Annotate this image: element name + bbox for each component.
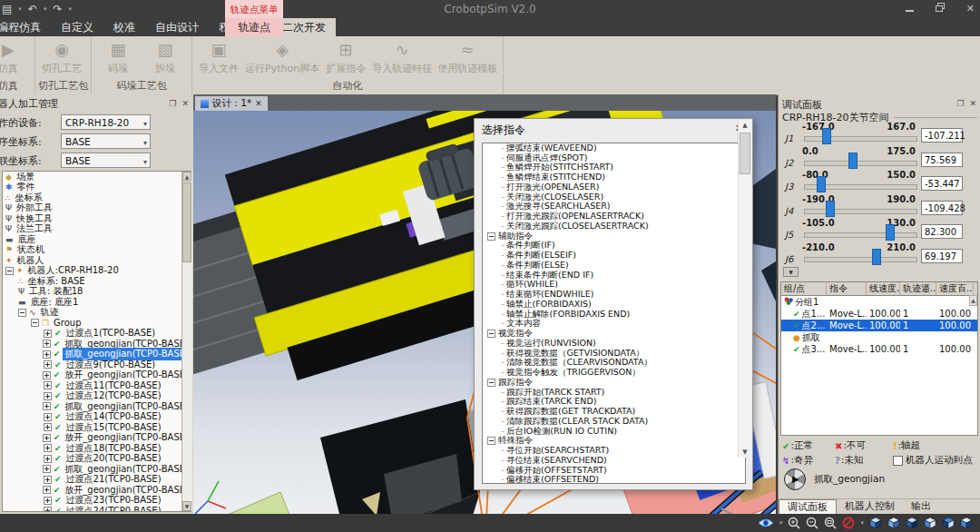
collapse-minus-icon[interactable] xyxy=(487,232,495,241)
joint-slider-handle[interactable] xyxy=(886,224,895,241)
expand-plus-icon[interactable] xyxy=(44,423,52,431)
viewport-tab-design[interactable]: 设计 : 1* ✕ xyxy=(195,96,268,111)
joint-slider-track[interactable] xyxy=(804,232,917,238)
scroll-thumb[interactable] xyxy=(182,182,191,262)
table-row[interactable]: ✔点1...Move-L...100.001100.00 xyxy=(781,308,977,320)
table-row[interactable]: 分组1 xyxy=(781,296,977,308)
zoom-out-icon[interactable] xyxy=(806,517,818,529)
table-header-cell[interactable]: 组/点 xyxy=(781,282,827,295)
expand-plus-icon[interactable] xyxy=(44,392,52,400)
joint-value-field[interactable]: -109.428 xyxy=(921,201,963,215)
toolbar-button[interactable]: ∿导入轨迹特征 xyxy=(369,36,435,75)
scroll-down-icon[interactable]: ▼ xyxy=(740,447,750,458)
jog-dropdown-button[interactable]: ▼ xyxy=(783,267,799,277)
expand-plus-icon[interactable] xyxy=(43,486,51,494)
field-combobox[interactable]: BASE▾ xyxy=(61,153,151,168)
toolbar-button[interactable]: ◈运行Python脚本 xyxy=(242,36,322,75)
joint-slider-handle[interactable] xyxy=(826,201,835,217)
close-button[interactable]: ✕ xyxy=(966,0,975,18)
panel-tab-1[interactable]: 调试面板 xyxy=(779,499,837,514)
expand-plus-icon[interactable] xyxy=(44,330,52,338)
tab-trajectory-point[interactable]: 轨迹点 xyxy=(225,18,283,36)
expand-plus-icon[interactable] xyxy=(43,434,51,442)
visibility-eye-icon[interactable] xyxy=(758,517,774,528)
joint-value-field[interactable]: 82.300 xyxy=(921,224,963,239)
collapse-minus-icon[interactable] xyxy=(31,319,39,327)
view-cube-2-icon[interactable] xyxy=(887,517,900,529)
joint-slider-handle[interactable] xyxy=(872,249,881,265)
joint-slider-track[interactable] xyxy=(804,257,917,262)
tree-item[interactable]: ▬底座: 底座1 xyxy=(3,297,191,308)
expand-plus-icon[interactable] xyxy=(43,371,51,379)
collapse-minus-icon[interactable] xyxy=(487,437,495,445)
collapse-minus-icon[interactable] xyxy=(18,309,26,317)
expand-plus-icon[interactable] xyxy=(44,381,52,389)
expand-plus-icon[interactable] xyxy=(43,350,51,359)
table-row[interactable]: ●抓取 xyxy=(781,331,977,343)
viewport-tab-close-icon[interactable]: ✕ xyxy=(255,99,262,108)
joint-value-field[interactable]: 69.197 xyxy=(921,249,963,263)
expand-plus-icon[interactable] xyxy=(44,360,52,369)
view-cube-1-icon[interactable] xyxy=(869,517,882,529)
float-panel-icon[interactable]: ❐ xyxy=(169,97,176,110)
view-cube-4-icon[interactable] xyxy=(924,517,936,529)
table-header-cell[interactable]: 线速度... xyxy=(867,282,900,295)
table-header-cell[interactable]: 速度百... xyxy=(936,282,974,295)
expand-plus-icon[interactable] xyxy=(44,476,52,484)
ribbon-tab-4[interactable]: 自由设计 xyxy=(145,18,209,36)
table-scroll-up-icon[interactable]: ▲ xyxy=(969,295,977,306)
expand-plus-icon[interactable] xyxy=(44,444,52,452)
scroll-up-icon[interactable]: ▲ xyxy=(182,172,191,182)
expand-plus-icon[interactable] xyxy=(44,413,52,421)
joint-slider-handle[interactable] xyxy=(822,128,831,144)
zoom-fit-icon[interactable] xyxy=(824,517,837,529)
expand-plus-icon[interactable] xyxy=(43,465,51,473)
joint-slider-handle[interactable] xyxy=(848,153,858,169)
float-panel-icon[interactable]: ❐ xyxy=(956,97,964,110)
restore-button[interactable] xyxy=(936,0,945,18)
tree-item[interactable]: ✔过渡点24(TCP0-BASE) xyxy=(3,506,191,512)
collapse-minus-icon[interactable] xyxy=(487,379,495,387)
expand-plus-icon[interactable] xyxy=(44,497,52,505)
scroll-up-icon[interactable]: ▲ xyxy=(740,120,750,131)
field-combobox[interactable]: CRP-RH18-20▾ xyxy=(61,114,151,130)
expand-plus-icon[interactable] xyxy=(43,340,51,348)
panel-tab-2[interactable]: 机器人控制 xyxy=(837,499,903,514)
expand-plus-icon[interactable] xyxy=(44,507,52,512)
ribbon-tab-1[interactable]: 编程仿真 xyxy=(0,18,51,36)
toolbar-button[interactable]: ⊞扩展指令 xyxy=(322,36,369,75)
expand-plus-icon[interactable] xyxy=(44,455,52,463)
joint-slider-handle[interactable] xyxy=(817,176,826,192)
panel-tab-3[interactable]: 输出 xyxy=(903,499,939,514)
joint-slider-track[interactable] xyxy=(804,209,917,214)
minimize-button[interactable] xyxy=(906,0,914,18)
dialog-item[interactable]: –偏移结束(OFFSETEND) xyxy=(483,476,745,485)
collapse-minus-icon[interactable] xyxy=(487,330,495,338)
joint-value-field[interactable]: 75.569 xyxy=(921,153,963,167)
field-combobox[interactable]: BASE▾ xyxy=(61,133,151,149)
ribbon-tab-2[interactable]: 自定义 xyxy=(51,18,103,36)
tree-scrollbar[interactable]: ▲ ▼ xyxy=(181,172,192,511)
table-row[interactable]: ✔点3...Move-L...100.001100.00 xyxy=(781,343,977,355)
view-cube-5-icon[interactable] xyxy=(942,517,955,529)
table-row[interactable]: ✔点2...Move-L...100.001100.00 xyxy=(781,320,977,331)
dropdown-caret-icon[interactable]: ▾ xyxy=(779,519,783,527)
checkbox-robot-move-to-point[interactable] xyxy=(893,456,903,466)
scroll-down-icon[interactable]: ▼ xyxy=(182,501,191,511)
toolbar-button[interactable]: ▧拆垛 xyxy=(142,36,189,75)
joint-slider-track[interactable] xyxy=(804,161,917,166)
table-header-cell[interactable]: 轨迹逼... xyxy=(900,282,936,295)
chevron-down-icon[interactable]: ▾ xyxy=(143,136,147,151)
joint-slider-track[interactable] xyxy=(804,136,917,142)
chevron-down-icon[interactable]: ▾ xyxy=(143,155,147,170)
expand-plus-icon[interactable] xyxy=(43,402,51,410)
joint-value-field[interactable]: -107.211 xyxy=(921,128,963,143)
view-cube-6-icon[interactable] xyxy=(960,517,973,529)
table-header-cell[interactable]: 指令 xyxy=(827,282,867,295)
dropdown-caret-icon[interactable]: ▾ xyxy=(860,519,864,527)
dialog-scrollbar[interactable]: ▲ ▼ xyxy=(738,120,751,458)
joint-value-field[interactable]: -53.447 xyxy=(921,176,963,191)
ribbon-tab-3[interactable]: 校准 xyxy=(103,18,145,36)
toolbar-button[interactable]: ◉切孔工艺 xyxy=(38,36,85,75)
toolbar-button[interactable]: ▶仿真 xyxy=(0,36,32,75)
